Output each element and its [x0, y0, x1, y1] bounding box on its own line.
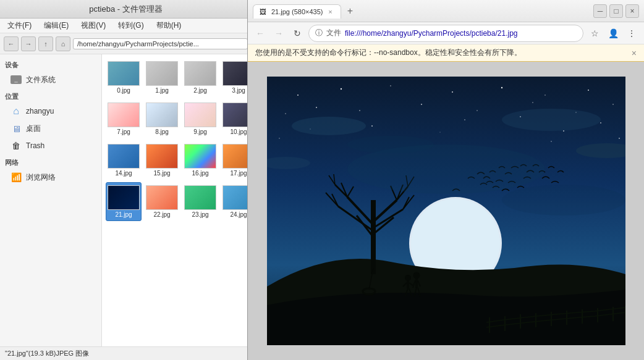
file-name-2: 2.jpg [193, 87, 207, 94]
file-item-9[interactable]: 9.jpg [182, 99, 218, 138]
svg-point-21 [279, 138, 280, 139]
fm-menubar: 文件(F) 编辑(E) 视图(V) 转到(G) 帮助(H) [0, 19, 252, 33]
file-item-21[interactable]: 21.jpg [106, 182, 142, 221]
svg-point-79 [347, 144, 545, 194]
menu-help[interactable]: 帮助(H) [154, 20, 184, 31]
svg-rect-74 [415, 278, 418, 288]
browser-menu-button[interactable]: ⋮ [624, 26, 639, 41]
sidebar-item-zhangyu[interactable]: ⌂ zhangyu [0, 103, 101, 120]
file-item-22[interactable]: 22.jpg [144, 182, 180, 221]
file-thumb-16 [184, 144, 216, 169]
file-thumb-8 [146, 103, 178, 127]
desktop-icon: 🖥 [10, 122, 22, 135]
drive-icon [10, 73, 22, 86]
file-thumb-14 [108, 144, 140, 169]
window-controls: ─ □ × [593, 4, 639, 18]
file-label: 文件 [326, 28, 341, 38]
browser-tab-active[interactable]: 🖼 21.jpg (580×435) × [253, 4, 341, 19]
svg-point-24 [439, 132, 440, 132]
file-item-7[interactable]: 7.jpg [106, 99, 142, 138]
file-thumb-23 [184, 185, 216, 210]
file-name-21: 21.jpg [115, 211, 132, 218]
svg-point-4 [452, 91, 453, 93]
svg-point-8 [612, 104, 614, 105]
notification-close-button[interactable]: × [632, 48, 637, 58]
forward-button[interactable]: → [21, 36, 36, 51]
file-grid: 0.jpg 1.jpg 2.jpg 3.jpg 7.jpg [106, 58, 248, 221]
svg-point-80 [502, 185, 625, 216]
profile-button[interactable]: 👤 [606, 26, 621, 41]
sidebar-section-places: 位置 [0, 88, 101, 103]
svg-point-27 [502, 109, 601, 131]
file-name-9: 9.jpg [193, 128, 207, 135]
svg-point-67 [405, 275, 411, 281]
file-name-3: 3.jpg [232, 87, 245, 94]
file-name-22: 22.jpg [153, 211, 170, 218]
bookmark-button[interactable]: ☆ [587, 26, 602, 41]
sidebar-label-network: 浏览网络 [26, 172, 56, 183]
breadcrumb[interactable]: /home/zhangyu/PycharmProjects/pctie... [73, 38, 248, 49]
svg-point-10 [316, 107, 317, 108]
new-tab-button[interactable]: + [342, 4, 357, 19]
file-item-23[interactable]: 23.jpg [182, 182, 218, 221]
sidebar-item-browse-network[interactable]: 📶 浏览网络 [0, 169, 101, 186]
forward-button[interactable]: → [271, 26, 286, 41]
menu-edit[interactable]: 编辑(E) [41, 20, 71, 31]
back-button[interactable]: ← [4, 36, 19, 51]
file-name-14: 14.jpg [115, 170, 132, 177]
file-thumb-2 [184, 61, 216, 86]
sidebar-section-devices: 设备 [0, 57, 101, 71]
svg-point-26 [292, 117, 366, 135]
home-button[interactable]: ⌂ [56, 36, 70, 51]
svg-point-5 [501, 87, 502, 88]
sidebar-item-desktop[interactable]: 🖥 桌面 [0, 120, 101, 137]
file-name-0: 0.jpg [117, 87, 130, 94]
menu-goto[interactable]: 转到(G) [116, 20, 146, 31]
svg-point-22 [619, 138, 620, 139]
sidebar-section-network: 网络 [0, 154, 101, 169]
file-thumb-0 [108, 61, 140, 86]
sidebar-label-zhangyu: zhangyu [26, 107, 54, 115]
file-item-16[interactable]: 16.jpg [182, 141, 218, 180]
svg-point-18 [371, 125, 373, 127]
file-item-1[interactable]: 1.jpg [144, 58, 180, 97]
file-name-17: 17.jpg [230, 170, 247, 177]
secure-icon: ⓘ [315, 28, 323, 38]
sidebar-item-filesystem[interactable]: 文件系统 [0, 71, 101, 88]
tab-close-button[interactable]: × [326, 7, 334, 16]
file-item-0[interactable]: 0.jpg [106, 58, 142, 97]
svg-point-6 [544, 94, 546, 96]
file-thumb-22 [146, 185, 178, 210]
file-item-14[interactable]: 14.jpg [106, 141, 142, 180]
file-item-2[interactable]: 2.jpg [182, 58, 218, 97]
svg-point-16 [600, 122, 601, 123]
minimize-button[interactable]: ─ [593, 4, 607, 18]
sidebar-item-trash[interactable]: 🗑 Trash [0, 137, 101, 154]
svg-point-7 [588, 90, 589, 91]
svg-point-9 [285, 113, 286, 114]
svg-point-1 [297, 94, 299, 96]
svg-point-2 [340, 88, 341, 90]
sidebar-label-filesystem: 文件系统 [26, 75, 56, 85]
file-name-15: 15.jpg [153, 170, 170, 177]
fm-body: 设备 文件系统 位置 ⌂ zhangyu 🖥 桌面 [0, 54, 252, 346]
address-bar[interactable]: ⓘ 文件 file:///home/zhangyu/PycharmProject… [308, 25, 583, 42]
menu-file[interactable]: 文件(F) [5, 20, 34, 31]
file-name-23: 23.jpg [192, 211, 208, 218]
close-button[interactable]: × [625, 4, 639, 18]
back-button[interactable]: ← [253, 26, 268, 41]
fm-sidebar: 设备 文件系统 位置 ⌂ zhangyu 🖥 桌面 [0, 54, 102, 346]
file-item-8[interactable]: 8.jpg [144, 99, 180, 138]
home-icon: ⌂ [10, 105, 22, 117]
file-thumb-15 [146, 144, 178, 169]
night-scene-image [267, 77, 625, 345]
maximize-button[interactable]: □ [609, 4, 623, 18]
fm-content: 0.jpg 1.jpg 2.jpg 3.jpg 7.jpg [102, 54, 252, 346]
reload-button[interactable]: ↻ [290, 26, 305, 41]
fm-title: pctieba - 文件管理器 [89, 4, 162, 15]
file-item-15[interactable]: 15.jpg [144, 141, 180, 180]
file-name-7: 7.jpg [117, 128, 130, 135]
up-button[interactable]: ↑ [38, 36, 53, 51]
browser-titlebar: 🖼 21.jpg (580×435) × + ─ □ × [248, 0, 644, 22]
menu-view[interactable]: 视图(V) [78, 20, 108, 31]
